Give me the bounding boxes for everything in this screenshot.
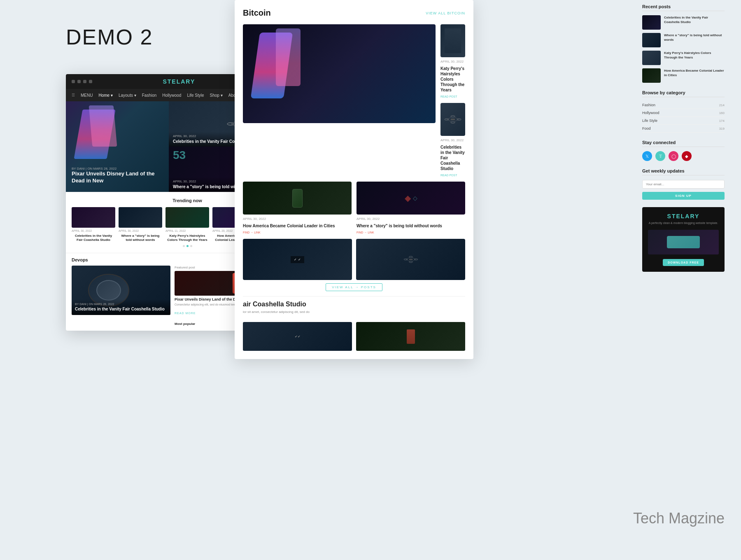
tumblr-icon[interactable]: 𝕋 bbox=[655, 151, 665, 161]
bitcoin-small-card-1[interactable]: APRIL 30, 2022 Katy Perry's Hairstyles C… bbox=[440, 24, 465, 98]
brand-name: STELARY bbox=[163, 78, 195, 85]
devops-lens-inner bbox=[96, 280, 121, 301]
newsletter-section: Get weekly updates SIGN UP bbox=[642, 168, 725, 200]
bitcoin-main-image[interactable] bbox=[243, 24, 436, 123]
category-food[interactable]: Food 319 bbox=[642, 125, 725, 133]
bitcoin-md-card-2[interactable]: ◆ ◇ APRIL 30, 2022 Where a "story" is be… bbox=[357, 182, 465, 234]
dot-3 bbox=[190, 245, 192, 247]
devops-main-overlay: BY DANI | ON MARS 28, 2022 Celebrities i… bbox=[72, 299, 170, 315]
bitcoin-md-title-1: How America Became Colonial Leader in Ci… bbox=[243, 223, 352, 229]
svg-rect-27 bbox=[409, 259, 412, 260]
download-button[interactable]: DOWNLOAD FREE bbox=[663, 259, 704, 266]
recent-posts-title: Recent posts bbox=[642, 4, 725, 11]
bitcoin-bottom-row: APRIL 30, 2022 How America Became Coloni… bbox=[243, 182, 465, 234]
ad-brand-name: STELARY bbox=[648, 213, 719, 219]
bitcoin-sm-date-2: APRIL 30, 2022 bbox=[440, 138, 465, 142]
trending-img-2 bbox=[119, 207, 162, 228]
hero-main-meta: BY DANI | ON MARS 28, 2022 bbox=[72, 167, 163, 170]
bitcoin-panel: Bitcoin VIEW ALL BITCOIN APRIL 30, 2022 … bbox=[235, 0, 473, 359]
hero-main-title: Pixar Unveils Disney Land of the Dead in… bbox=[72, 170, 163, 184]
nav-hollywood[interactable]: Hollywood bbox=[162, 93, 181, 98]
bitcoin-sm-title-1: Katy Perry's Hairstyles Colors Through t… bbox=[440, 66, 465, 93]
trending-card-2[interactable]: APRIL 30, 2022 Where a "story" is being … bbox=[119, 207, 162, 243]
devops-main-image[interactable]: BY DANI | ON MARS 28, 2022 Celebrities i… bbox=[72, 266, 170, 315]
hero-main-card[interactable]: BY DANI | ON MARS 28, 2022 Pixar Unveils… bbox=[66, 101, 169, 192]
instagram-icon[interactable]: ◯ bbox=[669, 151, 678, 161]
bitcoin-view-all-posts: VIEW ALL → POSTS bbox=[243, 283, 465, 291]
recent-post-1[interactable]: Celebrities in the Vanity Fair Coashella… bbox=[642, 15, 725, 30]
trending-img-1 bbox=[72, 207, 115, 228]
nav-menu[interactable]: MENU bbox=[81, 93, 93, 98]
most-popular-label: Most popular bbox=[175, 322, 195, 326]
bitcoin-sm-tag-1[interactable]: READ POST bbox=[440, 95, 465, 98]
recent-post-text-2: Where a "story" is being told without wo… bbox=[664, 33, 725, 42]
recent-post-img-2 bbox=[642, 33, 661, 47]
bitcoin-extra-row: ✓ ✓ bbox=[243, 239, 465, 280]
browser-icon-4 bbox=[89, 80, 92, 83]
category-count-lifestyle: 174 bbox=[719, 119, 725, 123]
bitcoin-sm-title-2: Celebrities in the Vanity Fair Coashella… bbox=[440, 145, 465, 171]
menu-icon[interactable]: ☰ bbox=[72, 93, 75, 97]
tech-magazine-label: Tech Magzine bbox=[633, 510, 725, 527]
trending-date-1: APRIL 30, 2022 bbox=[72, 229, 115, 232]
keyboard-illustration bbox=[667, 236, 700, 248]
drone-extra-illustration bbox=[401, 251, 421, 268]
drone-sm-illustration bbox=[440, 111, 465, 128]
recent-post-text-4: How America Became Colonial Leader in Ci… bbox=[664, 68, 725, 77]
nav-fashion[interactable]: Fashion bbox=[142, 93, 157, 98]
bitcoin-extra-img-1[interactable]: ✓ ✓ bbox=[243, 239, 352, 280]
bitcoin-sm-tag-2[interactable]: READ POST bbox=[440, 174, 465, 177]
bitcoin-bottom-images: ✔✔ bbox=[243, 322, 465, 351]
nav-layouts[interactable]: Layouts ▾ bbox=[119, 93, 136, 98]
bitcoin-md-card-1[interactable]: APRIL 30, 2022 How America Became Coloni… bbox=[243, 182, 352, 234]
trending-title-2: Where a "story" is being told without wo… bbox=[119, 234, 162, 243]
right-sidebar: Recent posts Celebrities in the Vanity F… bbox=[642, 0, 725, 276]
bitcoin-small-card-2[interactable]: APRIL 30, 2022 Celebrities in the Vanity… bbox=[440, 103, 465, 177]
devops-title: Devops bbox=[72, 257, 88, 262]
browser-icon-1 bbox=[72, 80, 75, 83]
bitcoin-view-all[interactable]: VIEW ALL BITCOIN bbox=[426, 11, 465, 15]
recent-post-3[interactable]: Katy Perry's Hairstyles Colors Through t… bbox=[642, 51, 725, 65]
neon-icon: ◆ bbox=[405, 193, 411, 203]
category-name-food: Food bbox=[642, 126, 651, 131]
bitcoin-md-tag-2: FIND → LINK bbox=[357, 231, 465, 234]
bitcoin-bottom-img-1-label: ✔✔ bbox=[295, 335, 301, 338]
browse-category-title: Browse by category bbox=[642, 90, 725, 97]
email-input[interactable] bbox=[642, 180, 725, 189]
dot-2 bbox=[186, 245, 189, 247]
bitcoin-md-date-1: APRIL 30, 2022 bbox=[243, 217, 352, 221]
recent-post-2[interactable]: Where a "story" is being told without wo… bbox=[642, 33, 725, 47]
bitcoin-article-title: air Coashella Studio bbox=[243, 301, 465, 308]
recent-post-text-1: Celebrities in the Vanity Fair Coashella… bbox=[664, 15, 725, 24]
bitcoin-extra-img-2[interactable] bbox=[356, 239, 465, 280]
pinterest-icon[interactable]: ◆ bbox=[682, 151, 692, 161]
category-lifestyle[interactable]: Life Style 174 bbox=[642, 117, 725, 125]
read-more-label: READ MORE bbox=[175, 312, 196, 315]
ad-description: A perfectly clean & modern blogging webs… bbox=[648, 221, 719, 226]
bitcoin-sm-img-2 bbox=[440, 103, 465, 136]
bitcoin-bottom-article: air Coashella Studio lor sit amet, conse… bbox=[243, 296, 465, 319]
signup-button[interactable]: SIGN UP bbox=[642, 192, 725, 200]
bitcoin-bottom-img-2[interactable] bbox=[356, 322, 465, 351]
view-all-posts-btn[interactable]: VIEW ALL → POSTS bbox=[326, 283, 382, 291]
trending-date-2: APRIL 30, 2022 bbox=[119, 229, 162, 232]
category-hollywood[interactable]: Hollywood 160 bbox=[642, 109, 725, 117]
nav-home[interactable]: Home ▾ bbox=[98, 93, 112, 98]
bitcoin-md-title-2: Where a "story" is being told without wo… bbox=[357, 223, 465, 229]
stay-connected-title: Stay connected bbox=[642, 140, 725, 147]
nav-shop[interactable]: Shop ▾ bbox=[210, 93, 223, 98]
recent-post-text-3: Katy Perry's Hairstyles Colors Through t… bbox=[664, 51, 725, 60]
bitcoin-article-desc: lor sit amet, consectetur adipiscing dit… bbox=[243, 310, 465, 315]
category-fashion[interactable]: Fashion 214 bbox=[642, 101, 725, 109]
trending-img-3 bbox=[165, 207, 209, 228]
browser-icon-3 bbox=[83, 80, 86, 83]
nav-lifestyle[interactable]: Life Style bbox=[187, 93, 204, 98]
dot-1 bbox=[183, 245, 185, 247]
social-icons: 𝕏 𝕋 ◯ ◆ bbox=[642, 151, 725, 161]
bitcoin-md-date-2: APRIL 30, 2022 bbox=[357, 217, 465, 221]
trending-card-1[interactable]: APRIL 30, 2022 Celebrities in the Vanity… bbox=[72, 207, 115, 243]
twitter-icon[interactable]: 𝕏 bbox=[642, 151, 652, 161]
recent-post-4[interactable]: How America Became Colonial Leader in Ci… bbox=[642, 68, 725, 83]
bitcoin-bottom-img-1[interactable]: ✔✔ bbox=[243, 322, 352, 351]
trending-card-3[interactable]: APRIL 11, 2022 Katy Perry's Hairstyles C… bbox=[165, 207, 209, 243]
